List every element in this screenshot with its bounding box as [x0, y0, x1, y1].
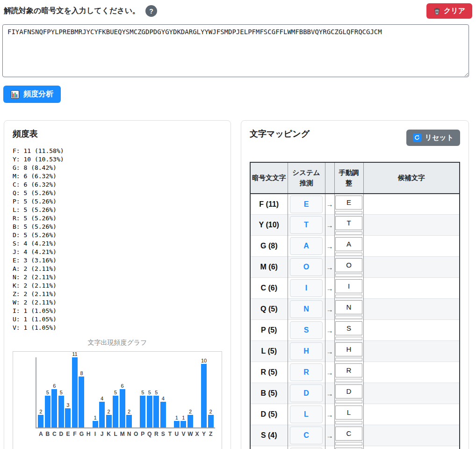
- system-guess-cell: S: [288, 320, 325, 341]
- mapping-row: R (5)R→R: [250, 362, 460, 383]
- manual-adjust-dropdown[interactable]: [335, 211, 362, 214]
- system-guess-cell: N: [288, 299, 325, 320]
- reset-button-label: リセット: [425, 133, 454, 142]
- manual-adjust-dropdown[interactable]: [335, 358, 362, 361]
- arrow-icon: →: [325, 299, 334, 320]
- cipher-char-cell: M (6): [250, 257, 288, 278]
- frequency-bar: [120, 389, 125, 427]
- reset-button[interactable]: リセット: [406, 130, 460, 146]
- frequency-bar: [208, 415, 214, 427]
- manual-adjust-dropdown[interactable]: [335, 442, 362, 445]
- manual-adjust-input[interactable]: O: [335, 258, 362, 272]
- manual-adjust-input[interactable]: T: [335, 216, 362, 230]
- frequency-bar: [106, 415, 112, 427]
- bar-value-label: 4: [101, 396, 103, 401]
- frequency-bar: [58, 396, 64, 427]
- candidates-cell: [363, 425, 460, 446]
- system-guess-box: A: [290, 237, 323, 255]
- manual-adjust-dropdown[interactable]: [335, 274, 362, 277]
- clear-button[interactable]: クリア: [426, 3, 472, 19]
- candidates-cell: [363, 320, 460, 341]
- system-guess-cell: C: [288, 425, 325, 446]
- frequency-bar: [147, 396, 152, 427]
- bar-column: 11: [72, 351, 79, 427]
- manual-adjust-cell: S: [334, 320, 363, 341]
- bar-column: 2: [105, 409, 112, 427]
- frequency-panel: 頻度表 F: 11 (11.58%)Y: 10 (10.53%)G: 8 (8.…: [4, 120, 231, 449]
- manual-adjust-dropdown[interactable]: [335, 253, 362, 256]
- manual-adjust-dropdown[interactable]: [335, 337, 362, 340]
- manual-adjust-input[interactable]: S: [335, 321, 362, 335]
- chart-x-axis-labels: ABCDEFGHIJKLMNOPQRSTUVWXYZ: [36, 431, 215, 437]
- frequency-entry: W: 2 (2.11%): [13, 298, 222, 307]
- frequency-entry: D: 5 (5.26%): [13, 231, 222, 239]
- cipher-char-cell: G (8): [250, 236, 288, 257]
- candidates-cell: [363, 446, 460, 449]
- frequency-entry: Z: 2 (2.11%): [13, 290, 222, 298]
- bar-column: 5: [153, 390, 160, 427]
- manual-adjust-input[interactable]: N: [335, 300, 362, 314]
- cipher-char-cell: S (4): [250, 425, 288, 446]
- frequency-bar: [180, 421, 186, 427]
- system-guess-box: T: [290, 216, 323, 234]
- frequency-entry: V: 1 (1.05%): [13, 324, 222, 332]
- frequency-entry: Q: 5 (5.26%): [13, 189, 222, 197]
- bar-column: 5: [112, 390, 119, 427]
- manual-adjust-input[interactable]: E: [335, 196, 362, 210]
- arrow-icon: →: [325, 257, 334, 278]
- ciphertext-textarea[interactable]: FIYAFNSNQFPYLPREBMRJYCYFKBUEQYSMCZGDPDGY…: [2, 24, 469, 77]
- manual-adjust-dropdown[interactable]: [335, 295, 362, 298]
- bar-value-label: 6: [53, 383, 56, 389]
- x-axis-letter-label: S: [160, 431, 167, 437]
- manual-adjust-cell: E: [334, 194, 363, 215]
- arrow-icon: →: [325, 383, 334, 404]
- manual-adjust-input[interactable]: L: [335, 406, 362, 420]
- mapping-row: L (5)H→H: [250, 341, 460, 362]
- system-guess-cell: [288, 446, 325, 449]
- bar-value-label: 1: [175, 415, 178, 420]
- manual-adjust-dropdown[interactable]: [335, 316, 362, 319]
- manual-adjust-dropdown[interactable]: [335, 379, 362, 382]
- manual-adjust-dropdown[interactable]: [335, 232, 362, 235]
- frequency-bar: [140, 396, 145, 427]
- frequency-entry: G: 8 (8.42%): [13, 164, 222, 172]
- x-axis-letter-label: E: [65, 431, 72, 437]
- input-header-row: 解読対象の暗号文を入力してください。 ? クリア: [0, 0, 476, 22]
- manual-adjust-input[interactable]: R: [335, 363, 362, 377]
- x-axis-letter-label: U: [173, 431, 180, 437]
- frequency-analysis-button[interactable]: 頻度分析: [3, 86, 61, 103]
- system-guess-cell: E: [288, 194, 325, 215]
- bar-column: 6: [51, 383, 58, 427]
- bar-value-label: 8: [80, 370, 83, 376]
- bar-column: 2: [126, 409, 133, 427]
- frequency-entry: R: 5 (5.26%): [13, 214, 222, 223]
- frequency-bar: [93, 421, 98, 427]
- bar-column: 5: [146, 390, 153, 427]
- candidates-cell: [363, 404, 460, 425]
- help-icon[interactable]: ?: [145, 5, 157, 17]
- mapping-panel-title: 文字マッピング: [250, 128, 310, 139]
- system-guess-box: E: [290, 196, 323, 213]
- manual-adjust-input[interactable]: I: [335, 279, 362, 293]
- manual-adjust-input[interactable]: H: [335, 342, 362, 356]
- manual-adjust-cell: N: [334, 299, 363, 320]
- arrow-icon: →: [325, 341, 334, 362]
- chart-title: 文字出現頻度グラフ: [13, 339, 222, 347]
- x-axis-letter-label: M: [119, 431, 126, 437]
- mapping-row: F (11)E→E: [250, 194, 460, 215]
- x-axis-letter-label: Y: [201, 431, 208, 437]
- manual-adjust-input[interactable]: D: [335, 384, 362, 398]
- bar-value-label: 10: [201, 358, 207, 363]
- bar-column: 5: [44, 390, 51, 427]
- frequency-panel-title: 頻度表: [13, 128, 222, 139]
- cipher-char-cell: B (5): [250, 383, 288, 404]
- candidates-cell: [363, 194, 460, 215]
- bar-column: 6: [119, 383, 126, 427]
- manual-adjust-dropdown[interactable]: [335, 400, 362, 403]
- manual-adjust-input[interactable]: C: [335, 427, 362, 441]
- bar-column: 1: [180, 415, 187, 427]
- system-guess-cell: A: [288, 236, 325, 257]
- manual-adjust-dropdown[interactable]: [335, 421, 362, 424]
- mapping-table: 暗号文文字 システム推測 手動調整 候補文字 F (11)E→EY (10)T→…: [250, 162, 460, 449]
- manual-adjust-input[interactable]: A: [335, 237, 362, 251]
